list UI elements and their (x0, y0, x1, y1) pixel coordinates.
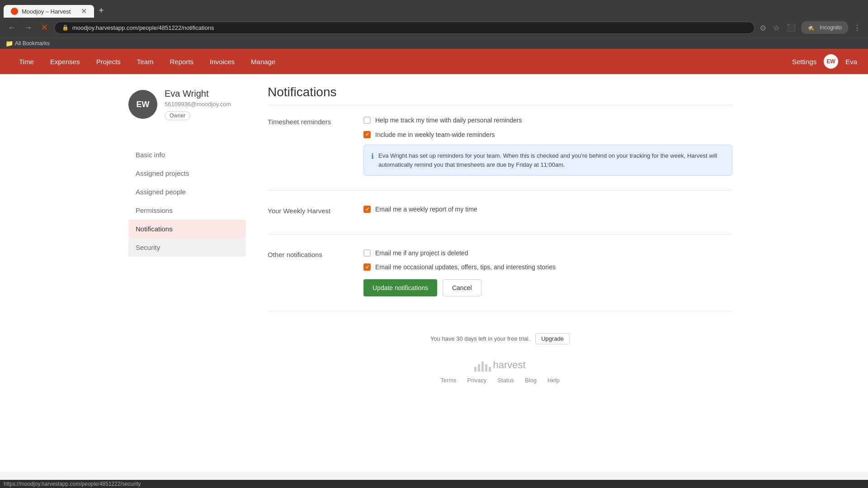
info-text: Eva Wright has set up reminders for your… (378, 151, 725, 169)
trial-banner: You have 30 days left in your free trial… (268, 326, 732, 352)
other-content: Email me if any project is deleted Email… (363, 249, 732, 296)
bookmark-icon[interactable]: ☆ (771, 22, 781, 34)
checkbox-row-daily: Help me track my time with daily persona… (363, 116, 732, 125)
sidebar-item-assigned-people[interactable]: Assigned people (128, 183, 246, 201)
nav-invoices[interactable]: Invoices (202, 49, 243, 74)
user-profile: EW Eva Wright 56109936@moodjoy.com Owner (128, 89, 246, 131)
content-area: Notifications Timesheet reminders Help m… (260, 85, 740, 461)
checkbox-row-weekly-report: Email me a weekly report of my time (363, 205, 732, 214)
checkbox-weekly-label[interactable]: Include me in weekly team-wide reminders (375, 131, 495, 140)
incognito-icon: 🕵 (806, 23, 816, 33)
timesheet-content: Help me track my time with daily persona… (363, 116, 732, 176)
timesheet-label: Timesheet reminders (268, 116, 349, 176)
user-email: 56109936@moodjoy.com (165, 101, 231, 108)
timesheet-section-layout: Timesheet reminders Help me track my tim… (268, 116, 732, 176)
nav-avatar: EW (824, 54, 838, 69)
harvest-logo: harvest (474, 359, 525, 371)
sidebar-item-security[interactable]: Security (128, 238, 246, 257)
checkbox-weekly-reminders[interactable] (363, 131, 371, 138)
checkbox-row-weekly: Include me in weekly team-wide reminders (363, 131, 732, 140)
nav-reports[interactable]: Reports (162, 49, 202, 74)
nav-time[interactable]: Time (11, 49, 42, 74)
back-button[interactable]: ← (5, 21, 18, 34)
sidebar-item-permissions[interactable]: Permissions (128, 201, 246, 220)
other-label: Other notifications (268, 249, 349, 296)
timesheet-reminders-section: Timesheet reminders Help me track my tim… (268, 116, 732, 191)
sidebar-item-assigned-projects[interactable]: Assigned projects (128, 164, 246, 183)
action-buttons: Update notifications Cancel (363, 279, 732, 296)
footer-harvest: harvest Terms Privacy Status Blog Help (268, 352, 732, 391)
footer-link-help[interactable]: Help (547, 377, 560, 384)
user-avatar-large: EW (128, 90, 157, 119)
forward-button[interactable]: → (22, 21, 34, 34)
main-container: EW Eva Wright 56109936@moodjoy.com Owner… (118, 74, 750, 472)
nav-projects[interactable]: Projects (88, 49, 129, 74)
tab-title: Moodjoy – Harvest (22, 8, 77, 15)
harvest-bars-icon (474, 359, 491, 371)
address-bar[interactable]: 🔒 moodjoy.harvestapp.com/people/4851222/… (54, 22, 755, 34)
all-bookmarks-label[interactable]: All Bookmarks (15, 40, 50, 47)
checkbox-occasional-updates[interactable] (363, 263, 371, 271)
weekly-label: Your Weekly Harvest (268, 205, 349, 220)
nav-right: Settings EW Eva (792, 54, 857, 69)
other-notifications-section: Other notifications Email me if any proj… (268, 249, 732, 311)
url-text: moodjoy.harvestapp.com/people/4851222/no… (72, 24, 214, 31)
checkbox-row-project-deleted: Email me if any project is deleted (363, 249, 732, 258)
checkbox-row-occasional: Email me occasional updates, offers, tip… (363, 263, 732, 272)
nav-username[interactable]: Eva (845, 58, 857, 66)
footer-link-blog[interactable]: Blog (525, 377, 537, 384)
nav-manage[interactable]: Manage (243, 49, 283, 74)
update-notifications-button[interactable]: Update notifications (363, 279, 437, 296)
user-badge: Owner (165, 111, 190, 120)
user-name: Eva Wright (165, 89, 231, 99)
app-nav: Time Expenses Projects Team Reports Invo… (0, 49, 868, 74)
menu-icon[interactable]: ⋮ (852, 22, 863, 34)
checkbox-project-deleted[interactable] (363, 249, 371, 257)
weekly-content: Email me a weekly report of my time (363, 205, 732, 220)
harvest-text: harvest (493, 359, 525, 371)
tab-close-button[interactable]: ✕ (81, 8, 87, 15)
toolbar-right: ⊙ ☆ ⬛ 🕵 Incognito ⋮ (758, 21, 863, 34)
tab-favicon (11, 8, 18, 15)
checkbox-daily-reminders[interactable] (363, 117, 371, 124)
checkbox-weekly-report[interactable] (363, 206, 371, 213)
user-info: Eva Wright 56109936@moodjoy.com Owner (165, 89, 231, 120)
sidebar-item-notifications[interactable]: Notifications (128, 220, 246, 238)
page-wrapper: EW Eva Wright 56109936@moodjoy.com Owner… (0, 74, 868, 472)
browser-toolbar: ← → ✕ 🔒 moodjoy.harvestapp.com/people/48… (0, 18, 868, 38)
bookmarks-folder-icon: 📁 (5, 40, 13, 47)
footer-link-privacy[interactable]: Privacy (467, 377, 487, 384)
new-tab-button[interactable]: + (95, 4, 108, 18)
lock-icon: 🔒 (62, 24, 69, 31)
info-box: ℹ Eva Wright has set up reminders for yo… (363, 145, 732, 176)
incognito-badge: 🕵 Incognito (801, 21, 848, 34)
nav-left: Time Expenses Projects Team Reports Invo… (11, 49, 283, 74)
browser-chrome: Moodjoy – Harvest ✕ + ← → ✕ 🔒 moodjoy.ha… (0, 0, 868, 49)
weekly-harvest-section: Your Weekly Harvest Email me a weekly re… (268, 205, 732, 235)
weekly-section-layout: Your Weekly Harvest Email me a weekly re… (268, 205, 732, 220)
other-section-layout: Other notifications Email me if any proj… (268, 249, 732, 296)
reload-button[interactable]: ✕ (38, 21, 51, 34)
active-tab[interactable]: Moodjoy – Harvest ✕ (4, 5, 94, 18)
info-icon: ℹ (371, 152, 374, 160)
cancel-button[interactable]: Cancel (443, 279, 481, 296)
page-title: Notifications (268, 85, 732, 105)
settings-link[interactable]: Settings (792, 58, 816, 66)
trial-text: You have 30 days left in your free trial… (430, 335, 530, 342)
sidebar: EW Eva Wright 56109936@moodjoy.com Owner… (128, 85, 246, 461)
window-controls-icon[interactable]: ⬛ (785, 22, 797, 34)
nav-expenses[interactable]: Expenses (42, 49, 88, 74)
reader-mode-icon[interactable]: ⊙ (758, 22, 768, 34)
sidebar-nav: Basic info Assigned projects Assigned pe… (128, 145, 246, 257)
sidebar-item-basic-info[interactable]: Basic info (128, 145, 246, 164)
checkbox-weekly-report-label[interactable]: Email me a weekly report of my time (375, 205, 477, 214)
checkbox-daily-label[interactable]: Help me track my time with daily persona… (375, 116, 522, 125)
footer-link-terms[interactable]: Terms (440, 377, 456, 384)
footer-link-status[interactable]: Status (497, 377, 514, 384)
bookmarks-bar: 📁 All Bookmarks (0, 38, 868, 49)
tab-bar: Moodjoy – Harvest ✕ + (0, 0, 868, 18)
checkbox-occasional-label[interactable]: Email me occasional updates, offers, tip… (375, 263, 556, 272)
nav-team[interactable]: Team (129, 49, 162, 74)
upgrade-button[interactable]: Upgrade (535, 333, 570, 344)
checkbox-project-deleted-label[interactable]: Email me if any project is deleted (375, 249, 468, 258)
